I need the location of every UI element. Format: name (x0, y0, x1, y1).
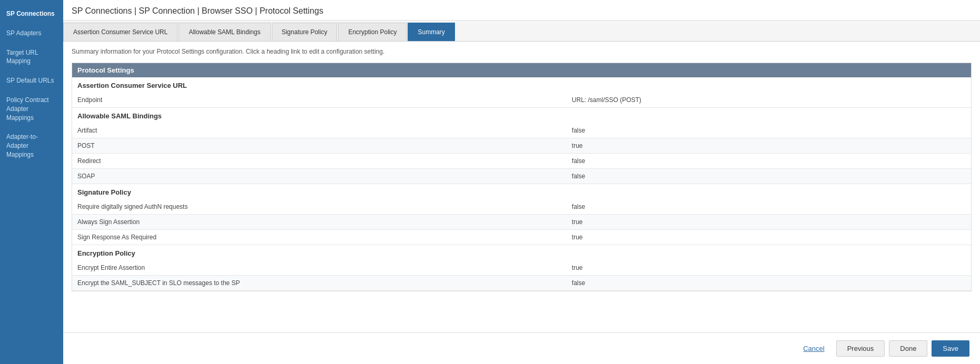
sidebar-item-sp-default-urls[interactable]: SP Default URLs (0, 71, 63, 90)
row-label: Artifact (72, 123, 567, 138)
row-value: true (567, 230, 971, 245)
tab-bar: Assertion Consumer Service URL Allowable… (63, 21, 980, 42)
intro-text: Summary information for your Protocol Se… (72, 48, 972, 55)
table-row: Redirect false (72, 154, 971, 169)
row-value: false (567, 154, 971, 169)
encryption-policy-table: Encrypt Entire Assertion true Encrypt th… (72, 260, 971, 291)
table-row: Artifact false (72, 123, 971, 138)
tab-assertion-consumer-service-url[interactable]: Assertion Consumer Service URL (63, 23, 177, 41)
main-content: SP Connections | SP Connection | Browser… (63, 0, 980, 364)
table-row: Encrypt the SAML_SUBJECT in SLO messages… (72, 276, 971, 291)
previous-button[interactable]: Previous (836, 340, 885, 357)
table-row: Encrypt Entire Assertion true (72, 260, 971, 276)
row-value: false (567, 199, 971, 215)
row-value: true (567, 215, 971, 230)
row-label: Encrypt Entire Assertion (72, 260, 567, 276)
content-area: Summary information for your Protocol Se… (63, 42, 980, 332)
subsection-header-assertion-consumer-service-url: Assertion Consumer Service URL (72, 77, 971, 93)
table-row: Sign Response As Required true (72, 230, 971, 245)
protocol-settings-table: Protocol Settings Assertion Consumer Ser… (72, 63, 972, 291)
row-label: Sign Response As Required (72, 230, 567, 245)
sidebar-item-adapter-to-adapter-mappings[interactable]: Adapter-to-Adapter Mappings (0, 127, 63, 164)
sidebar: SP Connections SP Adapters Target URL Ma… (0, 0, 63, 364)
row-value: false (567, 123, 971, 138)
row-label: Endpoint (72, 93, 567, 108)
row-value: true (567, 260, 971, 276)
section-header: Protocol Settings (72, 63, 971, 77)
signature-policy-table: Require digitally signed AuthN requests … (72, 199, 971, 245)
row-value: URL: /saml/SSO (POST) (567, 93, 971, 108)
row-label: Always Sign Assertion (72, 215, 567, 230)
save-button[interactable]: Save (932, 340, 969, 357)
table-row: Endpoint URL: /saml/SSO (POST) (72, 93, 971, 108)
allowable-saml-bindings-table: Artifact false POST true Redirect false … (72, 123, 971, 184)
row-value: false (567, 169, 971, 184)
subsection-header-allowable-saml-bindings: Allowable SAML Bindings (72, 108, 971, 123)
done-button[interactable]: Done (889, 340, 927, 357)
table-row: SOAP false (72, 169, 971, 184)
table-row: Always Sign Assertion true (72, 215, 971, 230)
row-label: POST (72, 138, 567, 154)
assertion-consumer-service-url-table: Endpoint URL: /saml/SSO (POST) (72, 93, 971, 108)
sidebar-item-target-url-mapping[interactable]: Target URL Mapping (0, 43, 63, 72)
tab-allowable-saml-bindings[interactable]: Allowable SAML Bindings (179, 23, 270, 41)
sidebar-item-policy-contract-adapter-mappings[interactable]: Policy Contract Adapter Mappings (0, 90, 63, 127)
cancel-button[interactable]: Cancel (796, 341, 831, 356)
table-row: Require digitally signed AuthN requests … (72, 199, 971, 215)
row-value: true (567, 138, 971, 154)
row-value: false (567, 276, 971, 291)
sidebar-item-sp-adapters[interactable]: SP Adapters (0, 24, 63, 43)
subsection-header-signature-policy: Signature Policy (72, 184, 971, 199)
table-row: POST true (72, 138, 971, 154)
sidebar-item-sp-connections[interactable]: SP Connections (0, 4, 63, 24)
tab-signature-policy[interactable]: Signature Policy (272, 23, 338, 41)
row-label: Encrypt the SAML_SUBJECT in SLO messages… (72, 276, 567, 291)
row-label: SOAP (72, 169, 567, 184)
row-label: Redirect (72, 154, 567, 169)
row-label: Require digitally signed AuthN requests (72, 199, 567, 215)
subsection-header-encryption-policy: Encryption Policy (72, 245, 971, 260)
tab-summary[interactable]: Summary (408, 23, 454, 41)
tab-encryption-policy[interactable]: Encryption Policy (338, 23, 407, 41)
footer: Cancel Previous Done Save (63, 332, 980, 364)
breadcrumb: SP Connections | SP Connection | Browser… (63, 0, 980, 21)
